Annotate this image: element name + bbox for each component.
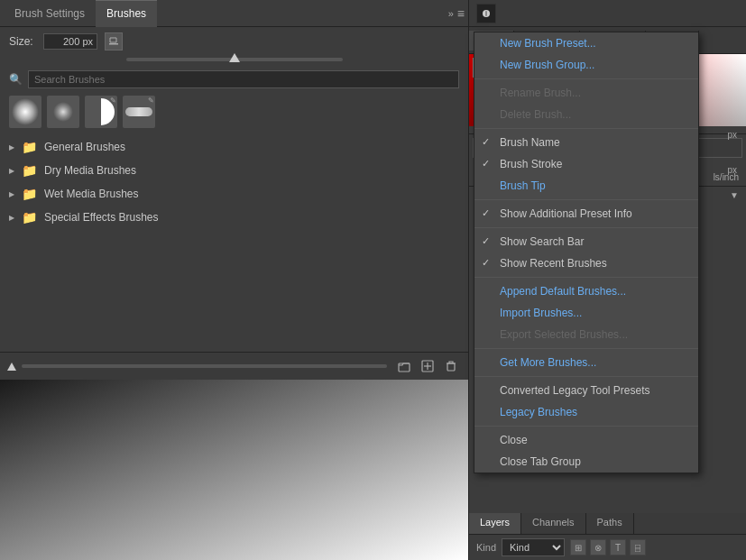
folder-icon-1: 📁	[22, 163, 37, 178]
brush-edit-icon-2: ✎	[148, 96, 154, 105]
preview-area	[0, 380, 468, 560]
brush-list: ▶ 📁 General Brushes ▶ 📁 Dry Media Brushe…	[0, 132, 468, 352]
svg-rect-6	[447, 363, 455, 371]
menu-separator-5	[474, 277, 698, 278]
kind-label: Kind	[476, 542, 496, 553]
brush-group-3[interactable]: ▶ 📁 Special Effects Brushes	[0, 206, 468, 229]
menu-icon[interactable]: ≡	[457, 6, 465, 21]
menu-brush-tip[interactable]: Brush Tip	[474, 175, 698, 197]
size-input[interactable]	[43, 33, 97, 50]
kind-icons: ⊞ ⊗ T ⌸	[570, 539, 646, 555]
menu-show-search-bar[interactable]: Show Search Bar	[474, 231, 698, 252]
menu-legacy-brushes[interactable]: Legacy Brushes	[474, 401, 698, 423]
brush-group-2[interactable]: ▶ 📁 Wet Media Brushes	[0, 182, 468, 206]
folder-icon-2: 📁	[22, 187, 37, 201]
menu-delete-brush: Delete Brush...	[474, 104, 698, 125]
new-folder-button[interactable]	[394, 356, 414, 376]
menu-separator-2	[474, 128, 698, 129]
menu-separator-1	[474, 78, 698, 79]
svg-rect-2	[399, 363, 410, 372]
menu-import-brushes[interactable]: Import Brushes...	[474, 302, 698, 324]
delete-brush-button[interactable]	[441, 356, 461, 376]
tab-bar: Brush Settings Brushes » ≡	[0, 0, 468, 27]
left-panel: Brush Settings Brushes » ≡ Size: 🔍	[0, 0, 469, 560]
svg-marker-1	[110, 38, 116, 42]
brush-group-name-1: Dry Media Brushes	[44, 164, 136, 177]
brush-preview-3[interactable]: ✎	[85, 96, 117, 128]
kind-icon-3[interactable]: T	[610, 539, 626, 555]
slider-thumb[interactable]	[229, 53, 240, 62]
new-brush-button[interactable]	[418, 356, 437, 376]
menu-separator-3	[474, 199, 698, 200]
brush-icon-btn[interactable]	[476, 4, 496, 23]
menu-rename-brush: Rename Brush...	[474, 82, 698, 104]
kind-row: Kind Kind ⊞ ⊗ T ⌸	[469, 535, 746, 560]
dropdown-arrow-icon[interactable]: ▼	[730, 190, 739, 200]
top-icons	[469, 0, 746, 27]
brush-previews: ✎ ✎	[0, 92, 468, 132]
brush-group-name-2: Wet Media Brushes	[44, 188, 139, 200]
kind-select[interactable]: Kind	[502, 538, 565, 556]
search-row: 🔍	[0, 67, 468, 92]
edit-icon[interactable]	[105, 32, 123, 50]
menu-separator-8	[474, 426, 698, 427]
main-container: Brush Settings Brushes » ≡ Size: 🔍	[0, 0, 746, 560]
menu-append-default-brushes[interactable]: Append Default Brushes...	[474, 280, 698, 302]
double-arrow-icon[interactable]: »	[448, 8, 454, 19]
brush-group-1[interactable]: ▶ 📁 Dry Media Brushes	[0, 159, 468, 182]
chevron-icon-2: ▶	[9, 190, 14, 198]
menu-brush-stroke[interactable]: Brush Stroke	[474, 153, 698, 175]
slider-thumb-mini	[7, 363, 16, 371]
menu-new-brush-group[interactable]: New Brush Group...	[474, 54, 698, 76]
menu-close[interactable]: Close	[474, 429, 698, 451]
brush-preview-2[interactable]	[47, 96, 79, 128]
brush-group-name-0: General Brushes	[44, 141, 125, 153]
size-row: Size:	[0, 27, 468, 56]
menu-new-brush-preset[interactable]: New Brush Preset...	[474, 32, 698, 54]
context-menu: New Brush Preset... New Brush Group... R…	[474, 32, 699, 473]
menu-separator-6	[474, 348, 698, 349]
menu-brush-name[interactable]: Brush Name	[474, 132, 698, 153]
svg-rect-8	[485, 11, 487, 16]
chevron-icon-0: ▶	[9, 143, 14, 151]
brush-group-name-3: Special Effects Brushes	[44, 211, 159, 224]
slider-container	[0, 56, 468, 67]
tab-brushes[interactable]: Brushes	[96, 0, 157, 27]
size-slider[interactable]	[126, 58, 343, 61]
chevron-icon-1: ▶	[9, 167, 14, 175]
tab-icons: » ≡	[448, 6, 465, 21]
menu-export-selected-brushes: Export Selected Brushes...	[474, 324, 698, 345]
kind-icon-2[interactable]: ⊗	[590, 539, 606, 555]
search-input[interactable]	[28, 70, 459, 88]
tab-layers[interactable]: Layers	[469, 513, 521, 534]
search-icon: 🔍	[9, 73, 23, 86]
svg-rect-0	[109, 43, 118, 45]
kind-icon-1[interactable]: ⊞	[570, 539, 586, 555]
px-label-2: px	[727, 165, 737, 175]
menu-get-more-brushes[interactable]: Get More Brushes...	[474, 352, 698, 373]
tab-channels[interactable]: Channels	[521, 513, 585, 534]
kind-icon-4[interactable]: ⌸	[630, 539, 646, 555]
tab-brush-settings[interactable]: Brush Settings	[4, 0, 96, 27]
menu-show-recent-brushes[interactable]: Show Recent Brushes	[474, 252, 698, 274]
menu-show-additional-preset-info[interactable]: Show Additional Preset Info	[474, 203, 698, 225]
px-label-1: px	[727, 130, 737, 140]
brush-preview-1[interactable]	[9, 96, 41, 128]
menu-separator-7	[474, 376, 698, 377]
menu-close-tab-group[interactable]: Close Tab Group	[474, 451, 698, 473]
brush-edit-icon-1: ✎	[110, 96, 116, 105]
chevron-icon-3: ▶	[9, 214, 14, 222]
tab-paths[interactable]: Paths	[586, 513, 634, 534]
folder-icon-3: 📁	[22, 210, 37, 225]
bottom-toolbar	[0, 352, 468, 380]
brush-preview-4[interactable]: ✎	[123, 96, 155, 128]
bottom-tabs: Layers Channels Paths	[469, 513, 746, 535]
menu-converted-legacy-tool-presets[interactable]: Converted Legacy Tool Presets	[474, 380, 698, 401]
mini-slider[interactable]	[22, 364, 387, 368]
menu-separator-4	[474, 227, 698, 228]
folder-icon-0: 📁	[22, 140, 37, 154]
size-label: Size:	[9, 35, 36, 48]
brush-group-0[interactable]: ▶ 📁 General Brushes	[0, 135, 468, 159]
